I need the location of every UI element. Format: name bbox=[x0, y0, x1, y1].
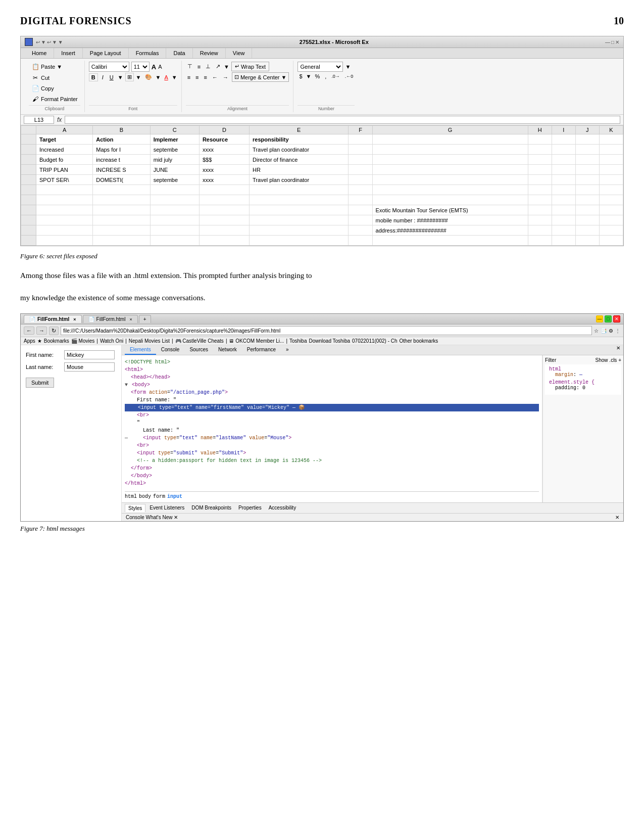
tab1-close[interactable]: × bbox=[73, 317, 76, 322]
underline-button[interactable]: U bbox=[108, 74, 116, 81]
percent-button[interactable]: % bbox=[313, 73, 321, 80]
cell-e11[interactable] bbox=[250, 236, 349, 246]
col-header-f[interactable]: F bbox=[349, 126, 372, 134]
browser-close-btn[interactable]: ✕ bbox=[613, 315, 620, 322]
paste-button[interactable]: 📋 Paste ▼ bbox=[29, 62, 65, 72]
cell-d9[interactable] bbox=[199, 215, 249, 225]
cell-j6[interactable] bbox=[575, 185, 599, 195]
cell-i3[interactable] bbox=[552, 155, 575, 165]
properties-tab[interactable]: Properties bbox=[235, 504, 265, 512]
submit-button[interactable]: Submit bbox=[26, 378, 54, 388]
tab-review[interactable]: Review bbox=[193, 48, 226, 58]
cell-c8[interactable] bbox=[150, 205, 199, 215]
cell-a11[interactable] bbox=[36, 236, 93, 246]
new-tab-button[interactable]: + bbox=[139, 315, 151, 323]
cell-g10[interactable]: address:################ bbox=[372, 225, 528, 236]
event-listeners-tab[interactable]: Event Listeners bbox=[146, 504, 187, 512]
cell-d10[interactable] bbox=[199, 225, 249, 236]
fill-color-button[interactable]: 🎨 bbox=[143, 73, 154, 81]
browser-tab-1[interactable]: 📄 FillForm.html × bbox=[24, 315, 82, 323]
cell-a4[interactable]: TRIP PLAN bbox=[36, 165, 93, 175]
cell-i4[interactable] bbox=[552, 165, 575, 175]
cell-b4[interactable]: INCRESE S bbox=[93, 165, 151, 175]
redo-dropdown-icon[interactable]: ▼ bbox=[52, 39, 57, 45]
col-header-j[interactable]: J bbox=[575, 126, 599, 134]
cell-f8[interactable] bbox=[349, 205, 372, 215]
cell-b5[interactable]: DOMESTI( bbox=[93, 175, 151, 185]
other-bookmarks[interactable]: Other bookmarks bbox=[400, 338, 438, 344]
cell-c3[interactable]: mid july bbox=[150, 155, 199, 165]
cell-a1[interactable]: Target bbox=[36, 134, 93, 145]
comma-button[interactable]: , bbox=[323, 73, 328, 80]
cell-b7[interactable] bbox=[93, 195, 151, 205]
cell-e1[interactable]: responsibility bbox=[250, 134, 349, 145]
cell-b11[interactable] bbox=[93, 236, 151, 246]
devtools-tab-sources[interactable]: Sources bbox=[184, 345, 213, 355]
cell-f1[interactable] bbox=[349, 134, 372, 145]
cell-h4[interactable] bbox=[528, 165, 552, 175]
cell-c7[interactable] bbox=[150, 195, 199, 205]
cell-e5[interactable]: Travel plan coordinator bbox=[250, 175, 349, 185]
cell-j2[interactable] bbox=[575, 145, 599, 155]
cell-b2[interactable]: Maps for I bbox=[93, 145, 151, 155]
last-name-input[interactable] bbox=[64, 362, 115, 372]
cell-h9[interactable] bbox=[528, 215, 552, 225]
styles-tab[interactable]: Styles bbox=[125, 504, 145, 512]
currency-button[interactable]: $ bbox=[298, 73, 304, 80]
cell-h2[interactable] bbox=[528, 145, 552, 155]
cell-a5[interactable]: SPOT SER\ bbox=[36, 175, 93, 185]
align-right-button[interactable]: ≡ bbox=[202, 74, 208, 81]
cell-k7[interactable] bbox=[599, 195, 623, 205]
undo-dropdown-icon[interactable]: ▼ bbox=[41, 39, 46, 45]
align-top-button[interactable]: ⊤ bbox=[186, 63, 194, 70]
cell-h7[interactable] bbox=[528, 195, 552, 205]
cell-g5[interactable] bbox=[372, 175, 528, 185]
cell-e10[interactable] bbox=[250, 225, 349, 236]
cell-i11[interactable] bbox=[552, 236, 575, 246]
font-shrink-button[interactable]: A bbox=[158, 64, 162, 70]
cell-h5[interactable] bbox=[528, 175, 552, 185]
bookmark-movies[interactable]: 🎬 Movies bbox=[71, 338, 94, 344]
bookmark-apps[interactable]: Apps bbox=[24, 338, 35, 344]
cell-b8[interactable] bbox=[93, 205, 151, 215]
cell-g9[interactable]: mobile number : ########## bbox=[372, 215, 528, 225]
cell-c6[interactable] bbox=[150, 185, 199, 195]
tab-page-layout[interactable]: Page Layout bbox=[83, 48, 129, 58]
cell-f7[interactable] bbox=[349, 195, 372, 205]
cell-k8[interactable] bbox=[599, 205, 623, 215]
col-header-h[interactable]: H bbox=[528, 126, 552, 134]
restore-icon[interactable]: □ bbox=[611, 39, 614, 45]
cell-d1[interactable]: Resource bbox=[199, 134, 249, 145]
cell-i6[interactable] bbox=[552, 185, 575, 195]
star-icon[interactable]: ☆ bbox=[594, 328, 599, 334]
devtools-tab-performance[interactable]: Performance bbox=[242, 345, 281, 355]
cell-d5[interactable]: xxxx bbox=[199, 175, 249, 185]
align-left-button[interactable]: ≡ bbox=[186, 74, 192, 81]
cell-c9[interactable] bbox=[150, 215, 199, 225]
cut-button[interactable]: ✂ Cut bbox=[29, 73, 52, 83]
cell-a7[interactable] bbox=[36, 195, 93, 205]
font-color-button[interactable]: A bbox=[163, 74, 169, 81]
cell-h1[interactable] bbox=[528, 134, 552, 145]
tab-formulas[interactable]: Formulas bbox=[129, 48, 167, 58]
cell-j8[interactable] bbox=[575, 205, 599, 215]
currency-dropdown[interactable]: ▼ bbox=[306, 73, 312, 79]
col-header-k[interactable]: K bbox=[599, 126, 623, 134]
font-grow-button[interactable]: A bbox=[152, 63, 156, 71]
cell-k10[interactable] bbox=[599, 225, 623, 236]
redo-icon[interactable]: ↩ bbox=[47, 39, 51, 45]
settings-icon[interactable]: ⚙ bbox=[609, 328, 613, 334]
cell-a2[interactable]: Increased bbox=[36, 145, 93, 155]
border-dropdown[interactable]: ▼ bbox=[136, 74, 141, 80]
border-button[interactable]: ⊞ bbox=[125, 73, 134, 81]
underline-dropdown[interactable]: ▼ bbox=[118, 74, 123, 80]
cell-i5[interactable] bbox=[552, 175, 575, 185]
cell-d11[interactable] bbox=[199, 236, 249, 246]
cell-k2[interactable] bbox=[599, 145, 623, 155]
tab-view[interactable]: View bbox=[226, 48, 253, 58]
copy-button[interactable]: 📄 Copy bbox=[29, 83, 57, 94]
cell-a6[interactable] bbox=[36, 185, 93, 195]
more-icon[interactable]: ⋮ bbox=[615, 328, 620, 334]
cell-reference-box[interactable] bbox=[24, 116, 54, 124]
col-header-g[interactable]: G bbox=[372, 126, 528, 134]
